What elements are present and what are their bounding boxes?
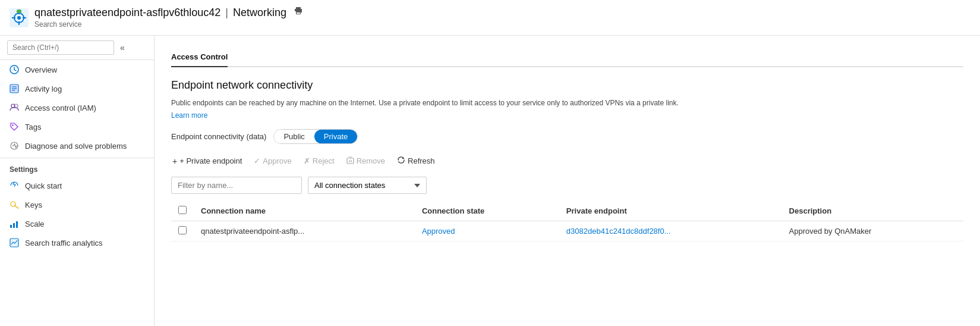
main-layout: « Overview Activity log Access control (…	[0, 36, 980, 326]
page-title: Networking	[233, 7, 286, 19]
svg-rect-19	[10, 225, 12, 228]
toggle-private[interactable]: Private	[314, 130, 357, 143]
row-description: Approved by QnAMaker	[782, 221, 963, 242]
row-checkbox-cell	[171, 221, 194, 242]
select-all-checkbox[interactable]	[178, 206, 187, 214]
remove-label: Remove	[357, 156, 385, 165]
reject-button[interactable]: ✗ Reject	[302, 154, 336, 168]
sidebar: « Overview Activity log Access control (…	[0, 36, 155, 326]
header-private-endpoint: Private endpoint	[559, 201, 782, 221]
overview-icon	[10, 65, 19, 74]
sidebar-item-tags-label: Tags	[25, 123, 41, 131]
svg-rect-23	[347, 158, 354, 164]
toolbar: + + Private endpoint ✓ Approve ✗ Reject …	[171, 153, 963, 168]
tab-bar: Access Control	[171, 48, 963, 67]
svg-point-15	[12, 124, 13, 126]
diagnose-icon	[10, 141, 19, 151]
approve-icon: ✓	[254, 156, 260, 165]
top-header: qnatestprivateendpoint-asflpv6thlouc42 |…	[0, 0, 980, 36]
resource-icon	[10, 8, 29, 27]
table-row: qnatestprivateendpoint-asflp... Approved…	[171, 221, 963, 242]
reject-icon: ✗	[304, 156, 310, 165]
scale-icon	[10, 219, 19, 228]
add-private-endpoint-button[interactable]: + + Private endpoint	[171, 154, 243, 168]
connectivity-label: Endpoint connectivity (data)	[171, 132, 266, 141]
activity-log-icon	[10, 84, 19, 93]
toggle-public[interactable]: Public	[274, 130, 314, 143]
search-box-container: «	[0, 36, 154, 60]
print-icon[interactable]	[294, 7, 303, 19]
row-private-endpoint: d3082deb41c241dc8ddf28f0...	[559, 221, 782, 242]
refresh-button[interactable]: Refresh	[396, 153, 436, 168]
toggle-group: Public Private	[273, 129, 358, 144]
description-text: Public endpoints can be reached by any m…	[171, 98, 706, 108]
reject-label: Reject	[313, 156, 335, 165]
svg-rect-21	[16, 221, 18, 228]
svg-rect-7	[17, 10, 21, 13]
tab-access-control[interactable]: Access Control	[171, 48, 228, 67]
svg-point-2	[17, 16, 21, 20]
sidebar-item-search-traffic[interactable]: Search traffic analytics	[0, 233, 154, 252]
header-title-group: qnatestprivateendpoint-asflpv6thlouc42 |…	[34, 7, 303, 29]
sidebar-item-scale[interactable]: Scale	[0, 214, 154, 233]
sidebar-item-diagnose[interactable]: Diagnose and solve problems	[0, 136, 154, 155]
sidebar-item-quick-start-label: Quick start	[25, 181, 62, 190]
svg-line-18	[15, 206, 18, 208]
connections-table: Connection name Connection state Private…	[171, 201, 963, 242]
section-title: Endpoint network connectivity	[171, 79, 963, 92]
connectivity-row: Endpoint connectivity (data) Public Priv…	[171, 129, 963, 144]
approve-button[interactable]: ✓ Approve	[253, 154, 292, 168]
add-icon: +	[172, 156, 177, 166]
header-connection-name: Connection name	[194, 201, 415, 221]
row-connection-name: qnatestprivateendpoint-asflp...	[194, 221, 415, 242]
header-title: qnatestprivateendpoint-asflpv6thlouc42 |…	[34, 7, 303, 19]
sidebar-item-quick-start[interactable]: Quick start	[0, 176, 154, 195]
remove-icon	[346, 156, 354, 166]
approve-label: Approve	[263, 156, 291, 165]
header-checkbox-col	[171, 201, 194, 221]
separator: |	[225, 7, 228, 19]
filter-input[interactable]	[171, 177, 302, 194]
header-subtitle: Search service	[34, 20, 303, 29]
table-header-row: Connection name Connection state Private…	[171, 201, 963, 221]
access-control-icon	[10, 103, 19, 112]
sidebar-item-overview[interactable]: Overview	[0, 60, 154, 79]
svg-rect-20	[13, 223, 15, 228]
connection-state-filter[interactable]: All connection states Approved Pending R…	[308, 177, 427, 194]
tags-icon	[10, 122, 19, 131]
sidebar-item-overview-label: Overview	[25, 65, 57, 74]
sidebar-item-keys-label: Keys	[25, 200, 42, 209]
row-connection-state: Approved	[415, 221, 559, 242]
sidebar-item-keys[interactable]: Keys	[0, 195, 154, 214]
header-description: Description	[782, 201, 963, 221]
header-connection-state: Connection state	[415, 201, 559, 221]
refresh-icon	[397, 156, 405, 166]
search-input[interactable]	[7, 40, 114, 55]
refresh-label: Refresh	[408, 156, 435, 165]
search-traffic-icon	[10, 238, 19, 247]
quick-start-icon	[10, 181, 19, 190]
sidebar-item-activity-log[interactable]: Activity log	[0, 79, 154, 98]
content-area: Access Control Endpoint network connecti…	[155, 36, 980, 326]
sidebar-item-search-traffic-label: Search traffic analytics	[25, 239, 103, 247]
sidebar-item-tags[interactable]: Tags	[0, 117, 154, 136]
sidebar-item-access-control[interactable]: Access control (IAM)	[0, 98, 154, 117]
learn-more-link[interactable]: Learn more	[171, 111, 207, 120]
add-private-endpoint-label: + Private endpoint	[179, 156, 242, 165]
collapse-button[interactable]: «	[118, 42, 127, 54]
sidebar-item-diagnose-label: Diagnose and solve problems	[25, 142, 127, 151]
resource-name: qnatestprivateendpoint-asflpv6thlouc42	[34, 7, 220, 19]
sidebar-item-access-control-label: Access control (IAM)	[25, 104, 96, 112]
row-checkbox[interactable]	[178, 226, 187, 234]
sidebar-item-scale-label: Scale	[25, 220, 45, 228]
settings-section-label: Settings	[0, 158, 154, 176]
sidebar-item-activity-log-label: Activity log	[25, 84, 62, 93]
filter-row: All connection states Approved Pending R…	[171, 177, 963, 194]
remove-button[interactable]: Remove	[345, 154, 386, 168]
keys-icon	[10, 200, 19, 209]
